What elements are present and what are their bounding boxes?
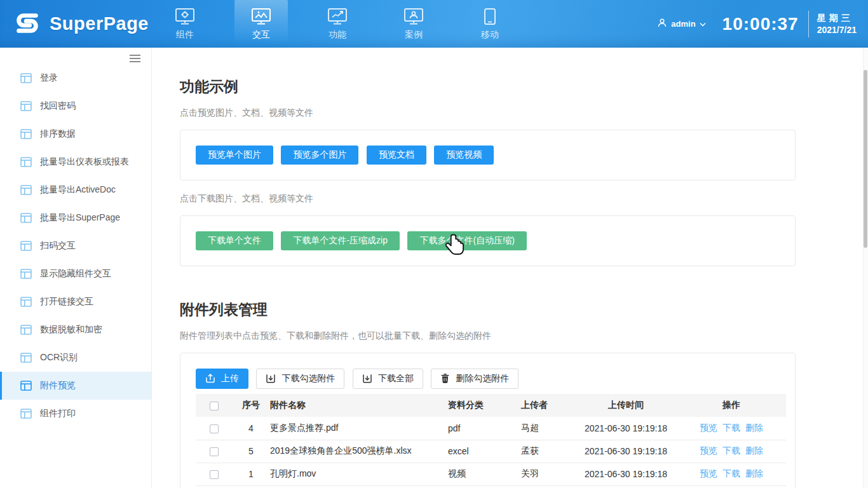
upload-icon (205, 373, 215, 385)
row-checkbox[interactable] (210, 447, 219, 456)
nav-item-features[interactable]: 功能 (311, 0, 364, 48)
attachments-description: 附件管理列表中点击预览、下载和删除附件，也可以批量下载、删除勾选的附件 (180, 330, 868, 342)
download-link[interactable]: 下载 (722, 468, 740, 478)
monitor-gear-icon (175, 8, 195, 25)
monitor-chart-icon (327, 8, 348, 25)
table-row: 1 孔明灯.mov 视频 关羽 2021-06-30 19:19:18 预览下载… (196, 463, 786, 485)
delete-link[interactable]: 删除 (745, 445, 763, 456)
sidebar-item-attachment-preview[interactable]: 附件预览 (0, 372, 151, 400)
nav-item-cases[interactable]: 案例 (387, 0, 440, 48)
table-row: 5 2019全球独角兽企业500强榜单.xlsx excel 孟获 2021-0… (196, 440, 786, 463)
cell-uploader: 张飞 (521, 485, 575, 488)
sidebar-item-batch-export-dashboard[interactable]: 批量导出仪表板或报表 (0, 148, 151, 176)
preview-single-image-button[interactable]: 预览单个图片 (196, 146, 273, 165)
page-layout-icon (20, 381, 32, 391)
page-layout-icon (20, 101, 32, 111)
preview-buttons-card: 预览单个图片 预览多个图片 预览文档 预览视频 (180, 130, 796, 180)
cell-uploader: 关羽 (521, 463, 575, 485)
preview-link[interactable]: 预览 (700, 468, 717, 478)
col-header-actions: 操作 (677, 394, 786, 417)
nav-label: 案例 (405, 29, 423, 41)
sidebar-item-scan-interaction[interactable]: 扫码交互 (0, 232, 151, 260)
sidebar-item-label: 找回密码 (40, 100, 76, 112)
sidebar-item-sort-data[interactable]: 排序数据 (0, 120, 151, 148)
download-all-label: 下载全部 (378, 373, 414, 384)
attachments-table: 序号 附件名称 资料分类 上传者 上传时间 操作 4 更多景点推荐.pdf pd… (196, 394, 786, 488)
sidebar-collapse-icon[interactable] (130, 53, 140, 64)
sidebar-item-label: 数据脱敏和加密 (40, 324, 102, 336)
download-all-button[interactable]: 下载全部 (353, 369, 423, 389)
download-single-file-zip-button[interactable]: 下载单个文件-压缩成zip (281, 231, 400, 250)
cell-name: 更多景点推荐.pdf (270, 417, 448, 440)
download-icon (266, 373, 276, 385)
preview-link[interactable]: 预览 (700, 445, 717, 456)
date-label: 2021/7/21 (817, 24, 857, 36)
cell-time: 2021-06-30 19:19:18 (575, 463, 677, 485)
mobile-icon (480, 8, 500, 25)
nav-label: 功能 (329, 29, 346, 41)
download-checked-button[interactable]: 下载勾选附件 (256, 369, 344, 389)
download-link[interactable]: 下载 (722, 423, 740, 433)
delete-checked-button[interactable]: 删除勾选附件 (431, 369, 519, 389)
page-scrollbar-track[interactable] (863, 48, 868, 488)
nav-item-interaction[interactable]: 交互 (234, 0, 288, 48)
page-layout-icon (20, 409, 32, 419)
row-checkbox[interactable] (210, 470, 219, 479)
page-layout-icon (20, 353, 32, 363)
sidebar-item-label: 排序数据 (40, 128, 76, 140)
nav-item-mobile[interactable]: 移动 (463, 0, 517, 48)
preview-link[interactable]: 预览 (700, 423, 717, 433)
sidebar-item-label: 批量导出ActiveDoc (40, 184, 116, 196)
sidebar-item-label: 批量导出SuperPage (40, 212, 120, 224)
sidebar-item-batch-export-superpage[interactable]: 批量导出SuperPage (0, 204, 151, 232)
sidebar-item-batch-export-activedoc[interactable]: 批量导出ActiveDoc (0, 176, 151, 204)
col-header-category: 资料分类 (448, 394, 521, 417)
sidebar: 登录 找回密码 排序数据 批量导出仪表板或报表 批量导出ActiveDoc 批量… (0, 48, 152, 488)
sidebar-item-label: 登录 (40, 72, 58, 84)
page-scrollbar-thumb[interactable] (864, 70, 867, 248)
select-all-checkbox[interactable] (210, 402, 219, 410)
user-icon (657, 18, 667, 30)
sidebar-item-open-link-interaction[interactable]: 打开链接交互 (0, 288, 151, 316)
app-header: SuperPage 组件 交 (0, 0, 868, 48)
page-layout-icon (20, 213, 32, 223)
delete-link[interactable]: 删除 (745, 468, 763, 478)
preview-multiple-images-button[interactable]: 预览多个图片 (281, 146, 358, 165)
table-row: 2 近十年人口数据.csv csv 张飞 2021-06-30 19:19:18… (196, 485, 786, 488)
nav-label: 交互 (252, 29, 270, 41)
sidebar-item-show-hide-interaction[interactable]: 显示隐藏组件交互 (0, 260, 151, 288)
app-logo[interactable]: SuperPage (13, 0, 156, 48)
download-link[interactable]: 下载 (722, 445, 740, 456)
section-title-attachments: 附件列表管理 (180, 300, 868, 320)
delete-link[interactable]: 删除 (745, 423, 763, 433)
download-multiple-files-button[interactable]: 下载多个文件(自动压缩) (407, 231, 526, 250)
col-header-name: 附件名称 (270, 394, 448, 417)
table-row: 4 更多景点推荐.pdf pdf 马超 2021-06-30 19:19:18 … (196, 417, 786, 440)
row-checkbox[interactable] (210, 424, 219, 433)
cell-no: 2 (232, 485, 270, 488)
page-layout-icon (20, 241, 32, 251)
nav-item-components[interactable]: 组件 (158, 0, 212, 48)
upload-button[interactable]: 上传 (196, 369, 248, 389)
cell-time: 2021-06-30 19:19:18 (575, 485, 677, 488)
page-layout-icon (20, 269, 32, 279)
page-layout-icon (20, 185, 32, 195)
preview-document-button[interactable]: 预览文档 (367, 146, 426, 165)
sidebar-item-login[interactable]: 登录 (0, 64, 151, 92)
page-layout-icon (20, 297, 32, 307)
weekday-label: 星期三 (817, 12, 857, 24)
cell-time: 2021-06-30 19:19:18 (575, 440, 677, 463)
preview-video-button[interactable]: 预览视频 (434, 146, 494, 165)
sidebar-item-ocr[interactable]: OCR识别 (0, 344, 151, 372)
sidebar-item-label: 组件打印 (40, 408, 76, 419)
user-menu[interactable]: admin (657, 18, 705, 30)
sidebar-item-label: 打开链接交互 (40, 296, 93, 308)
download-icon (362, 373, 372, 385)
sidebar-item-recover-password[interactable]: 找回密码 (0, 92, 151, 120)
sidebar-item-component-print[interactable]: 组件打印 (0, 400, 151, 428)
sidebar-item-data-masking[interactable]: 数据脱敏和加密 (0, 316, 151, 344)
download-single-file-button[interactable]: 下载单个文件 (196, 231, 273, 250)
trash-icon (440, 373, 450, 385)
sidebar-item-label: OCR识别 (40, 352, 78, 363)
monitor-user-icon (403, 8, 424, 25)
